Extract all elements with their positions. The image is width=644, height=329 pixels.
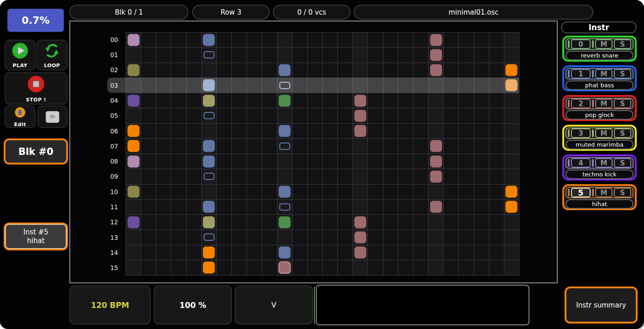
step-cell[interactable]	[308, 139, 323, 154]
step-cell[interactable]	[459, 32, 474, 48]
step-cell[interactable]	[277, 260, 293, 276]
step-cell[interactable]	[489, 185, 504, 200]
step-cell[interactable]	[187, 63, 202, 78]
step-cell[interactable]	[156, 108, 171, 123]
step-cell[interactable]	[277, 108, 293, 123]
step-cell[interactable]	[504, 215, 519, 230]
step-cell[interactable]	[398, 139, 414, 154]
step-cell[interactable]	[444, 185, 459, 200]
step-cell[interactable]	[444, 169, 459, 184]
step-cell[interactable]	[353, 185, 368, 200]
note-cell[interactable]	[127, 216, 140, 228]
step-cell[interactable]	[504, 93, 519, 108]
step-cell[interactable]	[277, 63, 293, 78]
step-cell[interactable]	[383, 200, 398, 215]
step-cell[interactable]	[247, 32, 262, 48]
step-cell[interactable]	[126, 230, 141, 245]
step-cell[interactable]	[156, 93, 171, 108]
step-cell[interactable]	[232, 200, 247, 215]
step-cell[interactable]	[323, 139, 338, 154]
step-cell[interactable]	[247, 154, 262, 169]
step-cell[interactable]	[474, 63, 489, 78]
step-cell[interactable]	[293, 185, 308, 200]
step-cell[interactable]	[126, 124, 141, 139]
step-cell[interactable]	[323, 78, 338, 93]
play-button[interactable]: PLAY	[5, 40, 36, 70]
step-cell[interactable]	[429, 169, 444, 184]
step-cell[interactable]	[262, 230, 277, 245]
step-cell[interactable]	[277, 139, 293, 154]
note-cell[interactable]	[430, 34, 442, 46]
stop-button[interactable]: STOP !	[5, 72, 68, 105]
step-cell[interactable]	[383, 48, 398, 63]
step-cell[interactable]	[308, 245, 323, 260]
step-cell[interactable]	[398, 78, 414, 93]
instrument-number-button[interactable]: 1	[571, 69, 591, 79]
step-cell[interactable]	[232, 230, 247, 245]
step-cell[interactable]	[126, 108, 141, 123]
step-cell[interactable]	[202, 200, 217, 215]
step-cell[interactable]	[156, 154, 171, 169]
step-cell[interactable]	[414, 124, 429, 139]
step-cell[interactable]	[277, 78, 293, 93]
step-cell[interactable]	[126, 260, 141, 276]
step-cell[interactable]	[156, 169, 171, 184]
step-cell[interactable]	[202, 215, 217, 230]
step-cell[interactable]	[323, 260, 338, 276]
note-cell[interactable]	[278, 186, 291, 198]
note-cell[interactable]	[430, 140, 442, 152]
step-cell[interactable]	[429, 108, 444, 123]
step-cell[interactable]	[262, 139, 277, 154]
step-cell[interactable]	[353, 260, 368, 276]
step-cell[interactable]	[277, 48, 293, 63]
step-cell[interactable]	[262, 154, 277, 169]
step-cell[interactable]	[293, 200, 308, 215]
step-cell[interactable]	[383, 78, 398, 93]
step-cell[interactable]	[126, 245, 141, 260]
step-cell[interactable]	[217, 215, 232, 230]
step-cell[interactable]	[308, 154, 323, 169]
step-cell[interactable]	[489, 32, 504, 48]
note-cell-hollow[interactable]	[204, 173, 215, 180]
step-cell[interactable]	[459, 63, 474, 78]
note-cell[interactable]	[505, 64, 518, 76]
step-cell[interactable]	[171, 245, 186, 260]
step-cell[interactable]	[187, 169, 202, 184]
step-cell[interactable]	[202, 230, 217, 245]
step-cell[interactable]	[293, 139, 308, 154]
step-cell[interactable]	[504, 245, 519, 260]
step-cell[interactable]	[308, 32, 323, 48]
step-cell[interactable]	[156, 215, 171, 230]
step-cell[interactable]	[308, 185, 323, 200]
note-cell-hollow[interactable]	[279, 82, 290, 89]
step-cell[interactable]	[444, 154, 459, 169]
step-cell[interactable]	[338, 245, 353, 260]
step-cell[interactable]	[141, 185, 156, 200]
step-cell[interactable]	[126, 215, 141, 230]
step-cell[interactable]	[277, 185, 293, 200]
step-cell[interactable]	[459, 245, 474, 260]
step-cell[interactable]	[504, 78, 519, 93]
step-cell[interactable]	[474, 124, 489, 139]
step-cell[interactable]	[277, 245, 293, 260]
note-cell[interactable]	[203, 216, 215, 228]
step-cell[interactable]	[217, 260, 232, 276]
step-cell[interactable]	[217, 139, 232, 154]
step-cell[interactable]	[429, 124, 444, 139]
step-cell[interactable]	[414, 93, 429, 108]
note-cell[interactable]	[430, 155, 442, 168]
step-cell[interactable]	[308, 108, 323, 123]
step-cell[interactable]	[398, 245, 414, 260]
step-cell[interactable]	[489, 200, 504, 215]
note-cell-hollow[interactable]	[204, 233, 215, 241]
step-cell[interactable]	[414, 200, 429, 215]
step-cell[interactable]	[247, 215, 262, 230]
cpu-percent-display[interactable]: 0.7%	[7, 9, 64, 32]
step-cell[interactable]	[323, 230, 338, 245]
step-cell[interactable]	[277, 200, 293, 215]
step-cell[interactable]	[232, 108, 247, 123]
step-cell[interactable]	[398, 63, 414, 78]
note-cell[interactable]	[278, 95, 291, 107]
step-cell[interactable]	[444, 78, 459, 93]
step-cell[interactable]	[474, 108, 489, 123]
